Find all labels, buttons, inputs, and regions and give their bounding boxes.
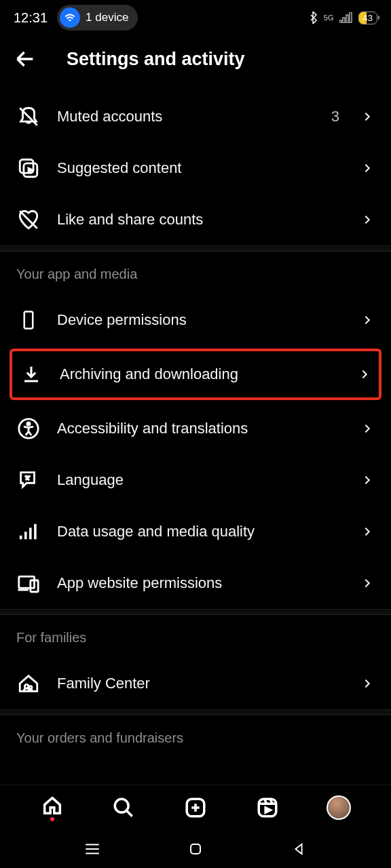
bottom-nav [0,785,391,830]
chevron-right-icon [360,109,375,124]
chevron-right-icon [360,576,375,591]
bluetooth-icon [308,11,318,24]
section-header-families: For families [0,614,391,658]
chevron-right-icon [357,367,372,382]
status-bar: 12:31 1 device 5G 43 [0,0,391,35]
nav-reels[interactable] [253,793,282,822]
svg-rect-6 [24,312,33,329]
setting-row-archiving-downloading[interactable]: Archiving and downloading [10,349,381,400]
phone-icon [16,308,41,332]
sys-nav-home[interactable] [186,840,205,859]
setting-row-app-website-permissions[interactable]: App website permissions [0,557,391,609]
avatar-icon [327,795,351,820]
section-header-orders: Your orders and fundraisers [0,715,391,758]
row-label: Language [57,471,343,489]
system-nav [0,830,391,868]
row-label: Archiving and downloading [60,366,341,383]
setting-row-language[interactable]: Language [0,454,391,506]
back-button[interactable] [14,47,37,71]
section-top: Muted accounts 3 Suggested content Like … [0,91,391,245]
row-value: 3 [331,108,339,125]
family-icon [16,671,41,696]
setting-row-muted-accounts[interactable]: Muted accounts 3 [0,91,391,142]
status-time: 12:31 [14,10,48,26]
svg-rect-1 [343,18,345,23]
row-label: Like and share counts [57,211,343,229]
chevron-right-icon [360,524,375,539]
page-title: Settings and activity [67,49,377,70]
setting-row-suggested-content[interactable]: Suggested content [0,142,391,194]
devices-icon [16,571,41,595]
svg-point-13 [115,799,129,812]
row-label: Muted accounts [57,108,315,125]
svg-rect-3 [350,12,352,23]
heart-off-icon [16,208,41,232]
nav-home[interactable] [38,793,67,822]
setting-row-device-permissions[interactable]: Device permissions [0,294,391,346]
page-header: Settings and activity [0,35,391,91]
wifi-icon [60,7,80,28]
signal-icon [339,12,353,23]
nav-profile[interactable] [324,793,353,822]
section-divider [0,245,391,251]
nav-search[interactable] [109,793,138,822]
nav-create[interactable] [181,793,210,822]
bell-muted-icon [16,104,41,129]
setting-row-data-usage[interactable]: Data usage and media quality [0,506,391,557]
language-icon [16,468,41,492]
setting-row-accessibility[interactable]: Accessibility and translations [0,403,391,454]
chevron-right-icon [360,313,375,328]
sys-nav-back[interactable] [289,840,308,859]
row-label: Family Center [57,675,343,692]
row-label: Accessibility and translations [57,420,343,437]
download-icon [19,362,43,387]
setting-row-family-center[interactable]: Family Center [0,658,391,709]
chevron-right-icon [360,473,375,488]
chevron-right-icon [360,161,375,176]
row-label: Device permissions [57,311,343,329]
accessibility-icon [16,416,41,441]
chevron-right-icon [360,676,375,691]
sys-nav-recents[interactable] [83,840,102,859]
chevron-right-icon [360,212,375,227]
svg-point-8 [27,422,30,425]
svg-rect-9 [19,576,35,588]
network-label: 5G [324,14,334,22]
notification-dot-icon [50,817,54,821]
chevron-right-icon [360,421,375,436]
row-label: Suggested content [57,159,343,177]
section-divider [0,709,391,715]
device-count-pill[interactable]: 1 device [57,5,138,31]
section-header-app-media: Your app and media [0,251,391,294]
svg-rect-2 [346,15,348,23]
battery-indicator: 43 [358,12,377,24]
section-divider [0,609,391,614]
svg-rect-0 [339,20,341,23]
row-label: Data usage and media quality [57,523,343,540]
setting-row-like-share-counts[interactable]: Like and share counts [0,194,391,245]
media-stack-icon [16,156,41,180]
row-label: App website permissions [57,574,343,592]
signal-bars-icon [16,519,41,544]
svg-rect-16 [191,844,200,854]
